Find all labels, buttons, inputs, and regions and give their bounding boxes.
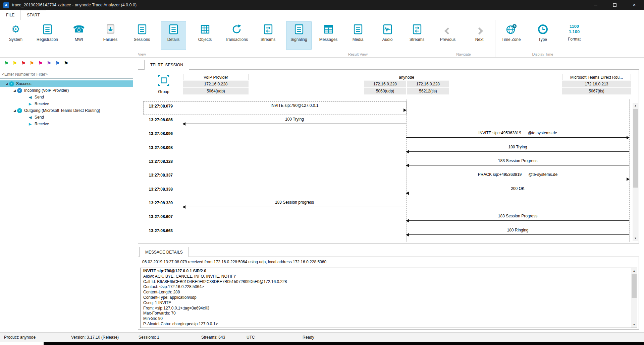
- tree-item-incoming[interactable]: ◢ ✓ Incoming (VoIP Provider): [0, 87, 133, 94]
- ribbon-group-label: Display Time: [495, 52, 590, 56]
- tab-file[interactable]: FILE: [0, 10, 20, 20]
- message-time: 13:27:08.098: [145, 145, 173, 150]
- window-controls: ×: [586, 0, 644, 10]
- failures-button[interactable]: Failures: [95, 21, 126, 50]
- objects-button[interactable]: Objects: [189, 21, 221, 50]
- message-time: 13:27:08.328: [145, 159, 173, 164]
- tab-start[interactable]: START: [20, 10, 46, 20]
- message-time: 13:27:08.096: [145, 131, 173, 136]
- scroll-thumb[interactable]: [633, 109, 638, 188]
- expander-icon[interactable]: ◢: [4, 82, 9, 85]
- system-button[interactable]: ⚙ System: [0, 21, 32, 50]
- scroll-down-icon[interactable]: ▼: [633, 235, 638, 241]
- participant-port: 5067(tls): [562, 88, 631, 94]
- close-button[interactable]: ×: [625, 0, 644, 10]
- message-row[interactable]: 13:27:08.079 INVITE sip:790@127.0.0.1: [145, 103, 629, 116]
- flag-green-icon[interactable]: ⚑: [4, 61, 8, 66]
- media-button[interactable]: Media: [343, 21, 373, 50]
- chevron-right-icon: [473, 23, 485, 35]
- tree-item-incoming-receive[interactable]: ▶ Receive: [0, 100, 133, 107]
- message-label: 183 Session Progress: [406, 214, 629, 218]
- message-row[interactable]: 13:27:08.663 180 Ringing: [145, 227, 629, 241]
- document-lines-icon: [167, 23, 179, 35]
- message-arrow: [183, 124, 406, 124]
- message-arrow: [406, 234, 629, 235]
- button-label: Type: [538, 37, 547, 42]
- tree-item-outgoing[interactable]: ◢ ✓ Outgoing (Microsoft Teams Direct Rou…: [0, 107, 133, 114]
- tree-item-outgoing-receive[interactable]: ▶ Receive: [0, 121, 133, 127]
- window-title: trace_20190206142704.xztrace - anynode T…: [12, 3, 137, 7]
- scroll-thumb[interactable]: [632, 274, 637, 298]
- sequence-scrollbar[interactable]: ▲ ▼: [633, 103, 638, 241]
- message-row[interactable]: 13:27:08.337 PRACK sip:+495363819 @te-sy…: [145, 172, 629, 185]
- scroll-up-icon[interactable]: ▲: [631, 268, 637, 274]
- tab-telrt-session[interactable]: TELRT_SESSION: [144, 60, 189, 70]
- tab-message-details[interactable]: MESSAGE DETAILS: [139, 247, 189, 257]
- messages-button[interactable]: Messages: [314, 21, 343, 50]
- message-arrow: [406, 220, 629, 221]
- message-row[interactable]: 13:27:08.607 183 Session Progress: [145, 213, 629, 227]
- button-label: Time Zone: [502, 37, 521, 42]
- scroll-down-icon[interactable]: ▼: [631, 322, 637, 328]
- flag-red-icon[interactable]: ⚑: [21, 61, 25, 66]
- message-row[interactable]: 13:27:08.339 183 Session progress: [145, 200, 629, 213]
- next-button[interactable]: Next: [464, 21, 495, 50]
- participant-voip-provider: VoIP Provider 172.16.0.228 5064(udp): [183, 74, 249, 94]
- transactions-button[interactable]: Transactions: [221, 21, 252, 50]
- sip-message-body: INVITE sip:790@127.0.0.1 SIP/2.0 Allow: …: [140, 268, 637, 328]
- flag-orange-icon[interactable]: ⚑: [30, 61, 34, 66]
- tree-item-incoming-send[interactable]: ◀ Send: [0, 94, 133, 100]
- streams-result-button[interactable]: Streams: [402, 21, 432, 50]
- sessions-button[interactable]: Sessions: [126, 21, 158, 50]
- format-button[interactable]: 1100 1.100 Format: [558, 21, 590, 50]
- message-row[interactable]: 13:27:08.096 INVITE sip:+495363819 @te-s…: [145, 130, 629, 144]
- button-label: MWI: [75, 37, 83, 42]
- ribbon-group-navigate: Previous Next Navigate: [432, 20, 495, 57]
- flag-blue-icon[interactable]: ⚑: [55, 61, 60, 66]
- participant-name: VoIP Provider: [183, 74, 249, 80]
- table-icon: [322, 23, 334, 35]
- details-button[interactable]: Details: [158, 21, 189, 50]
- ribbon-group-result-view: Signaling Messages Media: [284, 20, 432, 57]
- signaling-button[interactable]: Signaling: [284, 21, 314, 50]
- document-lines-icon: [293, 23, 305, 35]
- tree-item-label: Send: [35, 95, 44, 99]
- mwi-button[interactable]: ☎ MWI: [63, 21, 95, 50]
- previous-button[interactable]: Previous: [432, 21, 464, 50]
- flag-yellow-icon[interactable]: ⚑: [12, 61, 17, 66]
- message-arrow: [183, 207, 406, 207]
- minimize-button[interactable]: [586, 0, 605, 10]
- maximize-button[interactable]: [605, 0, 625, 10]
- sip-header-line: Max-Forwards: 70: [143, 311, 634, 316]
- flag-magenta-icon[interactable]: ⚑: [38, 61, 43, 66]
- status-sessions: Sessions: 1: [139, 335, 159, 340]
- tree-item-outgoing-send[interactable]: ◀ Send: [0, 114, 133, 121]
- flag-black-icon[interactable]: ⚑: [64, 61, 68, 66]
- audio-button[interactable]: Audio: [373, 21, 402, 50]
- tree-item-success[interactable]: ◢ ✓ Success:: [0, 80, 133, 87]
- anynode-trace-analyzer-window: A trace_20190206142704.xztrace - anynode…: [0, 0, 644, 345]
- details-scrollbar[interactable]: ▲ ▼: [631, 268, 637, 328]
- scroll-up-icon[interactable]: ▲: [633, 103, 638, 109]
- number-filter-input[interactable]: [0, 70, 133, 79]
- expander-icon[interactable]: ◢: [12, 89, 17, 92]
- receive-arrow-icon: ▶: [28, 122, 33, 126]
- button-label: Previous: [440, 37, 456, 42]
- participant-port: 5060(udp): [364, 88, 406, 94]
- type-button[interactable]: Type: [527, 21, 558, 50]
- message-row[interactable]: 13:27:08.338 200 OK: [145, 186, 629, 199]
- sip-header-line: Content-Length: 288: [143, 290, 634, 295]
- registration-button[interactable]: Registration: [32, 21, 63, 50]
- message-row[interactable]: 13:27:08.098 100 Trying: [145, 144, 629, 158]
- message-row[interactable]: 13:27:08.328 183 Session Progress: [145, 158, 629, 171]
- message-row[interactable]: 13:27:08.086 100 Trying: [145, 117, 629, 130]
- button-label: Streams: [261, 37, 276, 42]
- streams-button[interactable]: Streams: [252, 21, 284, 50]
- message-summary: 06.02.2019 13:27:08.079 received from 17…: [142, 260, 326, 264]
- group-column-header[interactable]: Group: [154, 74, 173, 94]
- flag-purple-icon[interactable]: ⚑: [47, 61, 51, 66]
- sip-header-line: Content-Type: application/sdp: [143, 295, 634, 300]
- time-zone-button[interactable]: Time Zone: [495, 21, 527, 50]
- expander-icon[interactable]: ◢: [12, 109, 17, 112]
- message-time: 13:27:08.086: [145, 118, 173, 122]
